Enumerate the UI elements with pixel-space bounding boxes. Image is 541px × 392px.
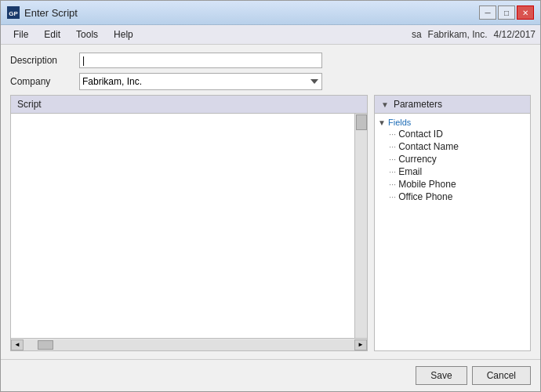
description-label: Description (10, 55, 73, 66)
company-label: Company (10, 76, 73, 87)
tree-item-office-phone[interactable]: ··· Office Phone (389, 191, 527, 203)
field-contact-id: Contact ID (398, 129, 443, 140)
script-scroll-area (11, 114, 367, 338)
field-currency: Currency (398, 154, 437, 165)
tree-area: ▼ Fields ··· Contact ID ··· Contact Name (375, 114, 530, 350)
save-button[interactable]: Save (416, 366, 467, 385)
script-vertical-scrollbar[interactable] (354, 114, 367, 338)
current-user: sa (412, 29, 422, 40)
maximize-button[interactable]: □ (498, 5, 515, 20)
script-panel: Script ◄ ► (10, 95, 368, 351)
dash-icon-5: ··· (389, 192, 396, 201)
dash-icon-0: ··· (389, 129, 396, 139)
script-label: Script (17, 99, 42, 110)
window-controls: ─ □ ✕ (479, 5, 534, 20)
params-panel: ▼ Parameters ▼ Fields ··· Contact ID (374, 95, 531, 351)
field-mobile-phone: Mobile Phone (398, 179, 456, 190)
menu-file[interactable]: File (5, 27, 36, 42)
field-office-phone: Office Phone (398, 191, 452, 202)
script-textarea[interactable] (11, 114, 354, 338)
tree-fields-row: ▼ Fields (378, 118, 527, 127)
close-button[interactable]: ✕ (517, 5, 534, 20)
title-bar-left: GP Enter Script (7, 6, 78, 19)
dash-icon-4: ··· (389, 180, 396, 189)
script-panel-header: Script (11, 96, 367, 114)
params-panel-header: ▼ Parameters (375, 96, 530, 114)
dash-icon-1: ··· (389, 142, 396, 151)
scroll-thumb-h[interactable] (38, 340, 53, 350)
menu-help[interactable]: Help (106, 27, 141, 42)
fields-label: Fields (388, 118, 411, 127)
tree-item-email[interactable]: ··· Email (389, 165, 527, 178)
svg-text:GP: GP (9, 10, 18, 17)
menu-items: File Edit Tools Help (5, 27, 141, 42)
company-row: Company Fabrikam, Inc. (10, 73, 531, 90)
params-label: Parameters (394, 99, 442, 110)
current-company: Fabrikam, Inc. (428, 29, 488, 40)
dash-icon-3: ··· (389, 167, 396, 176)
field-contact-name: Contact Name (398, 141, 459, 152)
minimize-button[interactable]: ─ (479, 5, 496, 20)
tree-item-currency[interactable]: ··· Currency (389, 153, 527, 165)
script-horizontal-scrollbar[interactable] (24, 339, 354, 350)
title-bar: GP Enter Script ─ □ ✕ (1, 1, 540, 25)
menu-right-info: sa Fabrikam, Inc. 4/12/2017 (412, 29, 536, 40)
field-email: Email (398, 166, 422, 177)
panels-row: Script ◄ ► ▼ (10, 95, 531, 351)
footer: Save Cancel (1, 359, 540, 391)
menu-bar: File Edit Tools Help sa Fabrikam, Inc. 4… (1, 25, 540, 45)
current-date: 4/12/2017 (494, 29, 536, 40)
fields-expand-icon: ▼ (378, 118, 386, 127)
content-area: Description Company Fabrikam, Inc. Scrip… (1, 45, 540, 359)
description-input[interactable] (79, 53, 322, 68)
main-window: GP Enter Script ─ □ ✕ File Edit Tools He… (0, 0, 541, 392)
tree-fields-node[interactable]: ▼ Fields (378, 117, 527, 128)
tree-item-contact-id[interactable]: ··· Contact ID (389, 128, 527, 140)
company-select[interactable]: Fabrikam, Inc. (79, 73, 322, 90)
scroll-thumb-v[interactable] (356, 114, 367, 130)
menu-edit[interactable]: Edit (36, 27, 68, 42)
description-row: Description (10, 53, 531, 68)
menu-tools[interactable]: Tools (68, 27, 106, 42)
tree-item-contact-name[interactable]: ··· Contact Name (389, 140, 527, 153)
dash-icon-2: ··· (389, 154, 396, 164)
tree-item-mobile-phone[interactable]: ··· Mobile Phone (389, 178, 527, 191)
params-arrow: ▼ (381, 100, 389, 109)
scroll-left-arrow[interactable]: ◄ (11, 339, 24, 350)
script-bottom-bar: ◄ ► (11, 338, 367, 350)
tree-children: ··· Contact ID ··· Contact Name ··· Curr… (378, 128, 527, 203)
scroll-right-arrow[interactable]: ► (354, 339, 367, 350)
app-icon: GP (7, 6, 20, 19)
window-title: Enter Script (24, 7, 78, 19)
cancel-button[interactable]: Cancel (472, 366, 531, 385)
